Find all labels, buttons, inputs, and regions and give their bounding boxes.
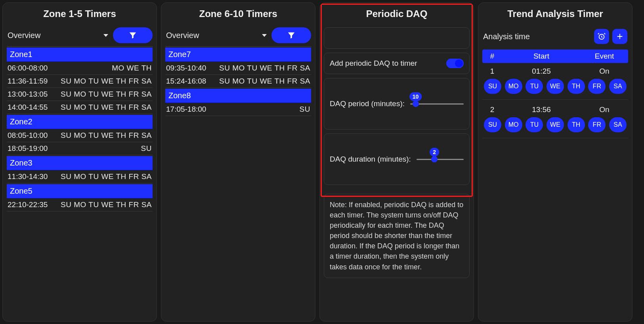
- schedule-days: SU MO TU WE TH FR SA: [61, 90, 152, 99]
- day-pill[interactable]: FR: [588, 117, 606, 132]
- trend-event: On: [581, 67, 628, 76]
- schedule-row[interactable]: 11:36-11:59SU MO TU WE TH FR SA: [7, 75, 153, 88]
- daq-empty-row: [324, 27, 470, 49]
- schedule-row[interactable]: 13:00-13:05SU MO TU WE TH FR SA: [7, 88, 153, 101]
- daq-toggle-row: Add periodic DAQ to timer: [324, 53, 470, 74]
- zone-header[interactable]: Zone5: [7, 184, 153, 198]
- schedule-row[interactable]: 18:05-19:00SU: [7, 142, 153, 155]
- day-pill[interactable]: TH: [568, 117, 585, 132]
- schedule-time: 11:36-11:59: [8, 77, 48, 86]
- schedule-row[interactable]: 06:00-08:00MO WE TH: [7, 62, 153, 75]
- day-pills: SUMOTUWETHFRSA: [482, 116, 628, 138]
- day-pill[interactable]: TU: [526, 117, 543, 132]
- zone-header[interactable]: Zone1: [7, 48, 153, 62]
- day-pill[interactable]: SU: [484, 117, 501, 132]
- panel-title: Periodic DAQ: [320, 3, 474, 25]
- trend-header: Analysis time: [482, 27, 628, 50]
- chevron-down-icon: [103, 34, 108, 37]
- day-pill[interactable]: FR: [588, 79, 606, 94]
- filter-button[interactable]: [271, 27, 311, 43]
- zone-header[interactable]: Zone7: [165, 48, 311, 62]
- trend-event: On: [581, 105, 628, 114]
- day-pill[interactable]: WE: [547, 79, 564, 94]
- zone-header[interactable]: Zone2: [7, 115, 153, 129]
- schedule-days: SU MO TU WE TH FR SA: [61, 200, 152, 209]
- schedule-days: SU MO TU WE TH FR SA: [61, 172, 152, 181]
- slider-value-bubble: 2: [430, 148, 439, 156]
- overview-dropdown[interactable]: Overview: [7, 29, 109, 42]
- schedule-days: MO WE TH: [112, 64, 152, 72]
- daq-toggle[interactable]: [446, 59, 464, 68]
- trend-row[interactable]: 101:25On: [482, 63, 628, 77]
- panel-title: Zone 6-10 Timers: [161, 3, 315, 25]
- schedule-row[interactable]: 08:05-10:00SU MO TU WE TH FR SA: [7, 129, 153, 142]
- add-button[interactable]: [612, 29, 627, 44]
- overview-dropdown[interactable]: Overview: [165, 29, 268, 42]
- day-pill[interactable]: SU: [484, 79, 501, 94]
- zone-1-5-panel: Zone 1-5 Timers Overview Zone106:00-08:0…: [2, 2, 157, 322]
- day-pill[interactable]: TU: [526, 79, 543, 94]
- schedule-row[interactable]: 09:35-10:40SU MO TU WE TH FR SA: [165, 62, 311, 75]
- schedule-time: 13:00-13:05: [8, 90, 48, 99]
- period-slider[interactable]: 10: [410, 98, 464, 110]
- day-pill[interactable]: SA: [609, 79, 627, 94]
- period-label: DAQ period (minutes):: [330, 99, 405, 108]
- col-num: #: [482, 52, 502, 61]
- dropdown-label: Overview: [8, 31, 40, 40]
- trend-start: 01:25: [502, 67, 581, 76]
- schedule-days: SU: [141, 144, 152, 153]
- trend-num: 1: [482, 67, 502, 76]
- day-pill[interactable]: MO: [505, 117, 522, 132]
- chevron-down-icon: [262, 34, 267, 37]
- schedule-time: 15:24-16:08: [166, 77, 206, 86]
- trend-num: 2: [482, 105, 502, 114]
- zone-header[interactable]: Zone8: [165, 89, 311, 103]
- slider-thumb[interactable]: [431, 156, 438, 162]
- day-pill[interactable]: SA: [609, 117, 627, 132]
- day-pill[interactable]: WE: [547, 117, 564, 132]
- schedule-days: SU MO TU WE TH FR SA: [219, 64, 310, 72]
- trend-analysis-panel: Trend Analysis Timer Analysis time # Sta…: [478, 2, 633, 322]
- day-pills: SUMOTUWETHFRSA: [482, 77, 628, 100]
- alarm-clock-icon: [597, 32, 606, 41]
- col-start: Start: [502, 52, 581, 61]
- plus-icon: [615, 32, 624, 41]
- schedule-row[interactable]: 15:24-16:08SU MO TU WE TH FR SA: [165, 75, 311, 88]
- schedule-time: 18:05-19:00: [8, 144, 48, 153]
- zone-header[interactable]: Zone3: [7, 156, 153, 170]
- periodic-daq-panel: Periodic DAQ Add periodic DAQ to timer D…: [319, 2, 474, 322]
- daq-duration-row: DAQ duration (minutes): 2: [324, 133, 470, 185]
- schedule-row[interactable]: 11:30-14:30SU MO TU WE TH FR SA: [7, 170, 153, 183]
- day-pill[interactable]: MO: [505, 79, 522, 94]
- col-event: Event: [581, 52, 628, 61]
- schedule-time: 17:05-18:00: [166, 105, 206, 114]
- schedule-row[interactable]: 14:00-14:55SU MO TU WE TH FR SA: [7, 101, 153, 114]
- filter-row: Overview: [165, 27, 311, 47]
- filter-button[interactable]: [113, 27, 153, 43]
- duration-label: DAQ duration (minutes):: [330, 155, 411, 164]
- trend-row[interactable]: 213:56On: [482, 101, 628, 116]
- schedule-days: SU MO TU WE TH FR SA: [61, 103, 152, 112]
- daq-period-row: DAQ period (minutes): 10: [324, 78, 470, 130]
- schedule-days: SU MO TU WE TH FR SA: [61, 131, 152, 140]
- analysis-time-label: Analysis time: [483, 32, 530, 41]
- schedule-days: SU MO TU WE TH FR SA: [219, 77, 310, 86]
- filter-row: Overview: [7, 27, 153, 47]
- schedule-time: 11:30-14:30: [8, 172, 48, 181]
- duration-slider[interactable]: 2: [417, 153, 464, 165]
- slider-value-bubble: 10: [409, 92, 422, 101]
- zone-list: Zone106:00-08:00MO WE TH11:36-11:59SU MO…: [7, 48, 153, 212]
- zone-6-10-panel: Zone 6-10 Timers Overview Zone709:35-10:…: [161, 2, 315, 322]
- funnel-icon: [287, 31, 296, 40]
- day-pill[interactable]: TH: [568, 79, 585, 94]
- zone-list: Zone709:35-10:40SU MO TU WE TH FR SA15:2…: [165, 48, 311, 116]
- slider-thumb[interactable]: [413, 101, 419, 107]
- schedule-time: 22:10-22:35: [8, 200, 48, 209]
- schedule-time: 14:00-14:55: [8, 103, 48, 112]
- schedule-row[interactable]: 17:05-18:00SU: [165, 103, 311, 116]
- panel-title: Zone 1-5 Timers: [3, 3, 157, 25]
- schedule-row[interactable]: 22:10-22:35SU MO TU WE TH FR SA: [7, 198, 153, 212]
- schedule-time: 06:00-08:00: [8, 64, 48, 72]
- alarm-button[interactable]: [594, 29, 609, 44]
- schedule-days: SU: [300, 105, 310, 114]
